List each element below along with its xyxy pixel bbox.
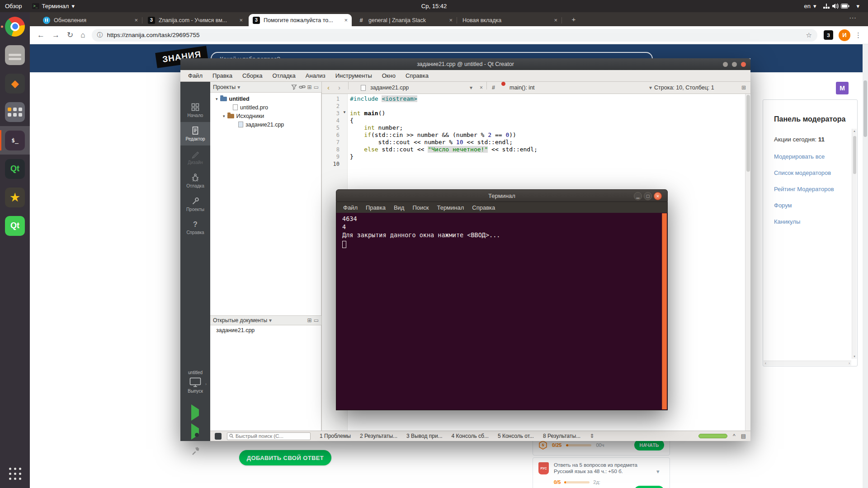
tree-expand-icon[interactable]: ▾ — [223, 114, 225, 118]
qt-output-pane-button[interactable]: 2 Результаты... — [356, 432, 401, 440]
filter-icon[interactable] — [291, 84, 297, 90]
terminal-menu-item[interactable]: Правка — [362, 203, 390, 212]
qt-mode-debug[interactable]: Отладка — [180, 169, 210, 192]
dock-item-files[interactable] — [0, 41, 30, 69]
close-document-icon[interactable]: × — [480, 82, 483, 94]
close-pane-icon[interactable]: ▭ — [314, 84, 319, 90]
home-icon[interactable]: ⌂ — [80, 31, 85, 40]
editor-scrollbar[interactable] — [745, 94, 750, 431]
qt-output-pane-button[interactable]: 3 Вывод при... — [403, 432, 446, 440]
quick-search-field[interactable] — [227, 432, 311, 440]
moderator-panel-link[interactable]: Модерировать все — [774, 149, 834, 165]
moderator-avatar[interactable]: М — [836, 82, 849, 94]
moderator-panel-link[interactable]: Список модераторов — [774, 165, 834, 181]
qt-run-button[interactable] — [191, 409, 199, 416]
dock-item-qt-creator[interactable]: Qt — [0, 155, 30, 183]
url-input[interactable] — [107, 32, 802, 38]
qt-output-pane-button[interactable]: 1 Проблемы — [316, 432, 354, 440]
minimize-icon[interactable] — [723, 62, 728, 67]
fold-marker-icon[interactable]: ▼ — [343, 110, 346, 114]
maximize-icon[interactable]: ▢ — [644, 192, 652, 200]
system-menu-chevron[interactable]: ▾ — [851, 0, 864, 12]
editor-symbol-combo[interactable]: main(): int — [509, 82, 535, 94]
hash-symbol[interactable]: # — [492, 82, 495, 94]
qt-menu-item[interactable]: Инструменты — [330, 70, 377, 81]
code-area[interactable]: #include <iostream> int main() { int num… — [350, 95, 744, 168]
dock-item-game[interactable]: ★ — [0, 183, 30, 211]
panel-scrollbar-horizontal[interactable]: ‹ › — [764, 361, 851, 366]
dock-item-software[interactable]: ◆ — [0, 69, 30, 98]
moderator-panel-link[interactable]: Рейтинг Модераторов — [774, 181, 834, 197]
pane-updown-icon[interactable]: ⇕ — [590, 433, 594, 439]
qt-mode-projects[interactable]: Проекты — [180, 192, 210, 216]
dock-item-chrome[interactable] — [0, 12, 30, 41]
tab-close-icon[interactable]: × — [449, 17, 453, 23]
subject-quest-card[interactable]: РУС Ответь на 5 вопросов из предмета Рус… — [533, 457, 670, 488]
qt-kit-selector[interactable]: untitled › Выпуск — [180, 370, 210, 394]
browser-tab-new[interactable]: Новая вкладка × — [458, 14, 561, 26]
open-documents-combo[interactable]: Открытые документы — [213, 317, 267, 324]
moderator-panel-link[interactable]: Каникулы — [774, 214, 834, 230]
editor-back-icon[interactable]: ‹ — [327, 82, 330, 94]
terminal-menu-item[interactable]: Поиск — [408, 203, 433, 212]
new-tab-button[interactable]: + — [569, 15, 579, 23]
qt-menu-item[interactable]: Анализ — [301, 70, 330, 81]
terminal-scrollbar[interactable] — [662, 213, 667, 409]
dock-item-qt[interactable]: Qt — [0, 211, 30, 240]
tree-node-source-file[interactable]: задание21.cpp — [210, 120, 321, 129]
activities-button[interactable]: Обзор — [0, 0, 27, 12]
qt-menu-item[interactable]: Окно — [377, 70, 401, 81]
quest-start-button[interactable]: НАЧАТЬ — [634, 440, 664, 450]
site-info-icon[interactable]: ⓘ — [97, 31, 103, 39]
tab-close-icon[interactable]: × — [134, 17, 138, 23]
qt-menu-item[interactable]: Справка — [401, 70, 434, 81]
qt-output-pane-button[interactable]: 8 Результаты... — [539, 432, 584, 440]
split-pane-icon[interactable]: ⊞ — [307, 84, 312, 90]
tab-close-icon[interactable]: × — [344, 17, 348, 23]
panel-scrollbar-vertical[interactable]: ▴ ▾ — [852, 129, 857, 359]
terminal-title-bar[interactable]: Терминал ▁ ▢ × — [336, 189, 668, 202]
terminal-menu-item[interactable]: Справка — [468, 203, 499, 212]
split-editor-icon[interactable]: ⊞ — [741, 82, 746, 94]
minimize-icon[interactable]: ▁ — [634, 192, 642, 200]
dock-item-terminal[interactable]: $_ — [0, 126, 30, 155]
qt-title-bar[interactable]: задание21.cpp @ untitled - Qt Creator — [180, 58, 750, 70]
close-icon[interactable]: × — [654, 192, 662, 200]
open-document-item[interactable]: задание21.cpp — [216, 327, 321, 333]
terminal-menu-item[interactable]: Файл — [339, 203, 362, 212]
show-applications-button[interactable] — [0, 460, 30, 488]
expand-output-icon[interactable]: ^ — [733, 433, 736, 439]
browser-tab-updates[interactable]: Обновления × — [39, 14, 142, 26]
terminal-menu-item[interactable]: Вид — [390, 203, 409, 212]
terminal-menu-item[interactable]: Терминал — [433, 203, 468, 212]
window-controls[interactable]: ⋯ — [849, 14, 858, 22]
editor-file-combo[interactable]: задание21.cpp — [370, 82, 409, 94]
add-answer-button[interactable]: ДОБАВИТЬ СВОЙ ОТВЕТ — [239, 450, 331, 465]
tab-close-icon[interactable]: × — [554, 17, 557, 23]
terminal-screen[interactable]: 46344Для закрытия данного окна нажмите <… — [336, 213, 668, 410]
chevron-down-icon[interactable]: ▾ — [470, 82, 472, 94]
browser-tab-znanija-home[interactable]: З Znanija.com - Учимся вм... × — [144, 14, 247, 26]
projects-combo[interactable]: Проекты — [213, 84, 236, 90]
clock[interactable]: Ср, 15:42 — [0, 3, 868, 9]
toggle-sidebar-icon[interactable]: ▤ — [741, 433, 746, 439]
znanija-extension-icon[interactable]: З — [824, 30, 833, 40]
browser-menu-icon[interactable]: ⋮ — [855, 31, 862, 39]
page-scrollbar[interactable] — [863, 44, 868, 488]
qt-build-button[interactable] — [190, 446, 200, 457]
qt-menu-item[interactable]: Отладка — [267, 70, 300, 81]
keyboard-layout-indicator[interactable]: en ▾ — [799, 0, 821, 12]
qt-output-pane-button[interactable]: 4 Консоль сб... — [448, 432, 492, 440]
qt-menu-item[interactable]: Файл — [183, 70, 208, 81]
editor-forward-icon[interactable]: › — [338, 82, 340, 94]
quick-search-input[interactable] — [236, 433, 303, 439]
tree-node-sources[interactable]: ▾ Исходники — [210, 112, 321, 120]
qt-menu-item[interactable]: Сборка — [237, 70, 268, 81]
quests-scroll-chevron[interactable]: ▾ — [656, 468, 660, 475]
dock-item-calculator[interactable] — [0, 98, 30, 126]
browser-profile-avatar[interactable]: И — [839, 29, 850, 41]
browser-tab-task-active[interactable]: З Помогите пожалуйста то... × — [249, 14, 352, 26]
tab-close-icon[interactable]: × — [239, 17, 243, 23]
qt-debug-run-button[interactable] — [191, 428, 199, 435]
close-icon[interactable] — [741, 62, 746, 67]
